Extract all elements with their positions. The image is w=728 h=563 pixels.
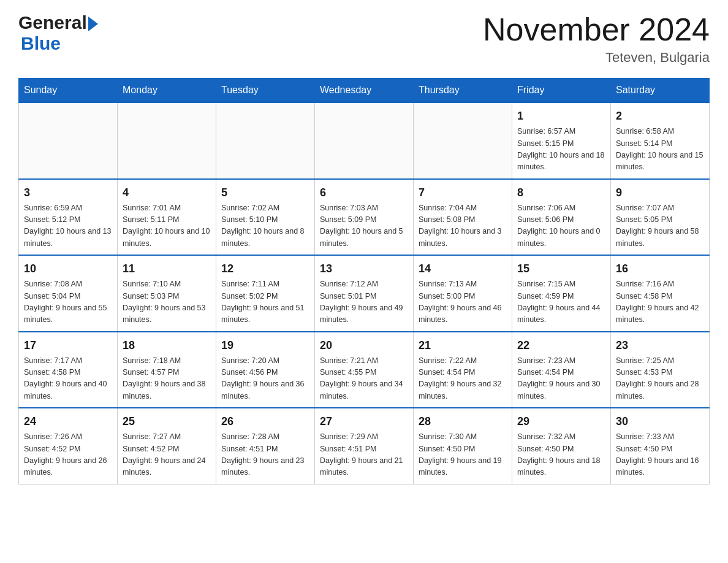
location-title: Teteven, Bulgaria — [483, 50, 710, 66]
weekday-header-friday: Friday — [512, 79, 611, 103]
calendar-day-cell: 25Sunrise: 7:27 AMSunset: 4:52 PMDayligh… — [118, 408, 216, 484]
calendar-day-cell: 24Sunrise: 7:26 AMSunset: 4:52 PMDayligh… — [19, 408, 118, 484]
calendar-day-cell: 22Sunrise: 7:23 AMSunset: 4:54 PMDayligh… — [512, 332, 611, 408]
day-info: Sunrise: 6:59 AMSunset: 5:12 PMDaylight:… — [24, 202, 112, 250]
calendar-day-cell: 17Sunrise: 7:17 AMSunset: 4:58 PMDayligh… — [19, 332, 118, 408]
calendar-week-row: 1Sunrise: 6:57 AMSunset: 5:15 PMDaylight… — [19, 102, 710, 179]
day-info: Sunrise: 7:30 AMSunset: 4:50 PMDaylight:… — [419, 431, 507, 479]
calendar-day-cell: 2Sunrise: 6:58 AMSunset: 5:14 PMDaylight… — [611, 102, 710, 179]
day-info: Sunrise: 7:02 AMSunset: 5:10 PMDaylight:… — [221, 202, 309, 250]
day-info: Sunrise: 6:58 AMSunset: 5:14 PMDaylight:… — [616, 126, 704, 174]
day-info: Sunrise: 7:16 AMSunset: 4:58 PMDaylight:… — [616, 278, 704, 326]
day-info: Sunrise: 7:04 AMSunset: 5:08 PMDaylight:… — [419, 202, 507, 250]
day-number: 4 — [123, 185, 211, 201]
day-number: 17 — [24, 337, 112, 354]
calendar-day-cell: 10Sunrise: 7:08 AMSunset: 5:04 PMDayligh… — [19, 255, 118, 332]
day-number: 26 — [221, 413, 309, 430]
calendar-day-cell: 12Sunrise: 7:11 AMSunset: 5:02 PMDayligh… — [216, 255, 315, 332]
day-info: Sunrise: 7:18 AMSunset: 4:57 PMDaylight:… — [123, 355, 211, 403]
day-info: Sunrise: 7:17 AMSunset: 4:58 PMDaylight:… — [24, 355, 112, 403]
calendar-day-cell: 11Sunrise: 7:10 AMSunset: 5:03 PMDayligh… — [118, 255, 216, 332]
day-info: Sunrise: 7:27 AMSunset: 4:52 PMDaylight:… — [123, 431, 211, 479]
day-number: 13 — [320, 261, 408, 277]
calendar-day-cell — [216, 102, 315, 179]
calendar-day-cell: 16Sunrise: 7:16 AMSunset: 4:58 PMDayligh… — [611, 255, 710, 332]
calendar-day-cell: 14Sunrise: 7:13 AMSunset: 5:00 PMDayligh… — [414, 255, 512, 332]
calendar-day-cell — [315, 102, 414, 179]
day-number: 9 — [616, 185, 704, 201]
day-number: 22 — [517, 337, 605, 354]
day-number: 23 — [616, 337, 704, 354]
day-number: 12 — [221, 261, 309, 277]
day-info: Sunrise: 7:13 AMSunset: 5:00 PMDaylight:… — [419, 278, 507, 326]
day-number: 14 — [419, 261, 507, 277]
calendar-day-cell: 23Sunrise: 7:25 AMSunset: 4:53 PMDayligh… — [611, 332, 710, 408]
day-number: 29 — [517, 413, 605, 430]
day-info: Sunrise: 7:33 AMSunset: 4:50 PMDaylight:… — [616, 431, 704, 479]
logo-arrow-icon — [88, 17, 98, 31]
day-number: 30 — [616, 413, 704, 430]
weekday-header-sunday: Sunday — [19, 79, 118, 103]
day-info: Sunrise: 7:20 AMSunset: 4:56 PMDaylight:… — [221, 355, 309, 403]
calendar-day-cell — [19, 102, 118, 179]
day-info: Sunrise: 7:11 AMSunset: 5:02 PMDaylight:… — [221, 278, 309, 326]
calendar-day-cell: 4Sunrise: 7:01 AMSunset: 5:11 PMDaylight… — [118, 179, 216, 256]
day-number: 19 — [221, 337, 309, 354]
day-info: Sunrise: 7:28 AMSunset: 4:51 PMDaylight:… — [221, 431, 309, 479]
day-number: 15 — [517, 261, 605, 277]
day-number: 3 — [24, 185, 112, 201]
calendar-day-cell: 6Sunrise: 7:03 AMSunset: 5:09 PMDaylight… — [315, 179, 414, 256]
weekday-header-saturday: Saturday — [611, 79, 710, 103]
page-header: General Blue November 2024 Teteven, Bulg… — [18, 12, 710, 66]
day-number: 6 — [320, 185, 408, 201]
day-info: Sunrise: 7:03 AMSunset: 5:09 PMDaylight:… — [320, 202, 408, 250]
calendar-day-cell: 29Sunrise: 7:32 AMSunset: 4:50 PMDayligh… — [512, 408, 611, 484]
logo-general: General — [18, 12, 87, 33]
calendar-day-cell: 21Sunrise: 7:22 AMSunset: 4:54 PMDayligh… — [414, 332, 512, 408]
day-info: Sunrise: 7:06 AMSunset: 5:06 PMDaylight:… — [517, 202, 605, 250]
calendar-week-row: 3Sunrise: 6:59 AMSunset: 5:12 PMDaylight… — [19, 179, 710, 256]
calendar-week-row: 24Sunrise: 7:26 AMSunset: 4:52 PMDayligh… — [19, 408, 710, 484]
day-number: 27 — [320, 413, 408, 430]
calendar-table: SundayMondayTuesdayWednesdayThursdayFrid… — [18, 78, 710, 484]
day-info: Sunrise: 7:32 AMSunset: 4:50 PMDaylight:… — [517, 431, 605, 479]
day-info: Sunrise: 7:15 AMSunset: 4:59 PMDaylight:… — [517, 278, 605, 326]
month-title: November 2024 — [483, 12, 710, 47]
weekday-header-row: SundayMondayTuesdayWednesdayThursdayFrid… — [19, 79, 710, 103]
day-info: Sunrise: 7:01 AMSunset: 5:11 PMDaylight:… — [123, 202, 211, 250]
day-info: Sunrise: 7:12 AMSunset: 5:01 PMDaylight:… — [320, 278, 408, 326]
calendar-day-cell — [414, 102, 512, 179]
calendar-day-cell: 5Sunrise: 7:02 AMSunset: 5:10 PMDaylight… — [216, 179, 315, 256]
calendar-day-cell: 26Sunrise: 7:28 AMSunset: 4:51 PMDayligh… — [216, 408, 315, 484]
calendar-week-row: 10Sunrise: 7:08 AMSunset: 5:04 PMDayligh… — [19, 255, 710, 332]
day-info: Sunrise: 7:22 AMSunset: 4:54 PMDaylight:… — [419, 355, 507, 403]
day-info: Sunrise: 6:57 AMSunset: 5:15 PMDaylight:… — [517, 126, 605, 174]
day-info: Sunrise: 7:29 AMSunset: 4:51 PMDaylight:… — [320, 431, 408, 479]
weekday-header-thursday: Thursday — [414, 79, 512, 103]
day-number: 7 — [419, 185, 507, 201]
calendar-day-cell: 20Sunrise: 7:21 AMSunset: 4:55 PMDayligh… — [315, 332, 414, 408]
calendar-day-cell: 30Sunrise: 7:33 AMSunset: 4:50 PMDayligh… — [611, 408, 710, 484]
logo-blue: Blue — [21, 33, 61, 53]
day-number: 1 — [517, 108, 605, 124]
calendar-day-cell: 15Sunrise: 7:15 AMSunset: 4:59 PMDayligh… — [512, 255, 611, 332]
day-number: 25 — [123, 413, 211, 430]
day-info: Sunrise: 7:21 AMSunset: 4:55 PMDaylight:… — [320, 355, 408, 403]
day-info: Sunrise: 7:23 AMSunset: 4:54 PMDaylight:… — [517, 355, 605, 403]
day-number: 2 — [616, 108, 704, 124]
calendar-day-cell: 18Sunrise: 7:18 AMSunset: 4:57 PMDayligh… — [118, 332, 216, 408]
day-info: Sunrise: 7:26 AMSunset: 4:52 PMDaylight:… — [24, 431, 112, 479]
day-info: Sunrise: 7:08 AMSunset: 5:04 PMDaylight:… — [24, 278, 112, 326]
calendar-day-cell: 19Sunrise: 7:20 AMSunset: 4:56 PMDayligh… — [216, 332, 315, 408]
title-block: November 2024 Teteven, Bulgaria — [483, 12, 710, 66]
logo: General Blue — [18, 12, 98, 54]
weekday-header-tuesday: Tuesday — [216, 79, 315, 103]
weekday-header-wednesday: Wednesday — [315, 79, 414, 103]
day-number: 8 — [517, 185, 605, 201]
day-number: 11 — [123, 261, 211, 277]
day-number: 5 — [221, 185, 309, 201]
day-number: 24 — [24, 413, 112, 430]
calendar-day-cell: 9Sunrise: 7:07 AMSunset: 5:05 PMDaylight… — [611, 179, 710, 256]
day-number: 21 — [419, 337, 507, 354]
calendar-day-cell: 13Sunrise: 7:12 AMSunset: 5:01 PMDayligh… — [315, 255, 414, 332]
